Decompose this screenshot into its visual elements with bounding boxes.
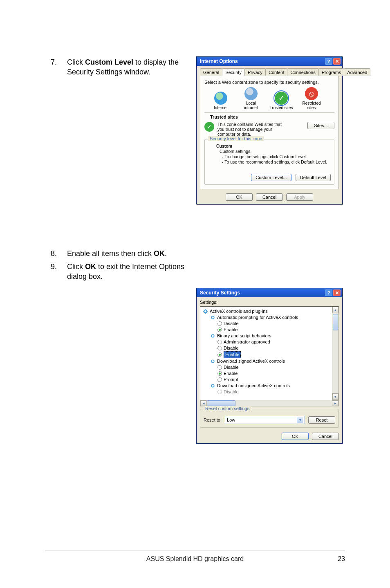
horizontal-scrollbar[interactable]: ◂ ▸ [200,400,339,406]
ss-titlebar[interactable]: Security Settings ? ✕ [197,288,342,297]
sites-button[interactable]: Sites... [307,122,334,129]
tab-general[interactable]: General [200,68,222,76]
step-9-number: 9. [51,262,67,281]
trusted-sites-heading: Trusted sites [210,114,334,119]
zone-internet-label: Internet [214,105,228,110]
radio-icon [217,377,222,382]
step-7-bold: Custom Level [85,58,133,66]
zone-restricted-sites[interactable]: ⦸ Restricted sites [299,87,324,110]
help-icon[interactable]: ? [325,58,332,65]
step-9: 9. Click OK to exit the Internet Options… [51,262,345,281]
io-dialog-buttons: OK Cancel Apply [200,193,339,201]
reset-to-combo[interactable]: Low ▾ [225,416,305,424]
radio-prompt[interactable]: Prompt [201,377,338,383]
reset-button[interactable]: Reset [308,416,335,424]
security-level-group: Security level for this zone Custom Cust… [204,139,334,185]
custom-line-2: - To change the settings, click Custom L… [216,154,331,159]
scroll-right-icon[interactable]: ▸ [332,400,338,406]
zone-local-intranet[interactable]: Local intranet [239,87,263,110]
reset-to-label: Reset to: [204,417,222,422]
radio-enable-3[interactable]: Enable [201,370,338,377]
radio-disable-3[interactable]: Disable [201,364,338,370]
node-binary[interactable]: Binary and script behaviors [201,333,338,339]
tab-connections[interactable]: Connections [287,68,318,76]
node-autoprompt[interactable]: Automatic prompting for ActiveX controls [201,314,338,321]
scroll-up-icon[interactable]: ▴ [332,307,338,313]
trusted-sites-row: ✓ This zone contains Web sites that you … [204,122,334,137]
radio-icon [217,390,222,394]
footer-text: ASUS Splendid HD graphics card [0,555,390,563]
radio-icon [217,321,222,326]
radio-enable-1[interactable]: Enable [201,327,338,333]
node-activex-label: ActiveX controls and plug-ins [210,308,268,314]
node-autoprompt-label: Automatic prompting for ActiveX controls [217,314,298,321]
step-7-pre: Click [67,58,85,66]
close-icon[interactable]: ✕ [333,58,341,65]
custom-level-button[interactable]: Custom Level... [251,174,291,181]
step-9-bold: OK [85,263,96,271]
internet-options-dialog: Internet Options ? ✕ General Security Pr… [196,56,343,204]
node-download-unsigned[interactable]: Download unsigned ActiveX controls [201,383,338,389]
custom-heading: Custom [216,144,331,149]
zone-trusted-sites[interactable]: ✓ Trusted sites [269,92,294,110]
default-level-button[interactable]: Default Level [296,174,331,181]
node-download-signed[interactable]: Download signed ActiveX controls [201,358,338,364]
radio-label: Administrator approved [224,339,270,345]
footer-divider [45,550,345,550]
step-8: 8. Enable all items then click OK. [51,249,345,258]
security-level-legend: Security level for this zone [208,136,264,141]
tab-privacy[interactable]: Privacy [244,68,266,76]
radio-admin[interactable]: Administrator approved [201,339,338,345]
gear-icon [210,383,215,388]
ss-title: Security Settings [200,290,240,296]
checkmark-icon: ✓ [275,92,288,105]
radio-label-highlighted: Enable [224,351,241,358]
radio-enable-2-selected[interactable]: Enable [201,351,338,358]
radio-label: Enable [224,370,238,377]
chevron-down-icon[interactable]: ▾ [297,417,303,423]
io-titlebar[interactable]: Internet Options ? ✕ [197,57,342,66]
radio-disable-cutoff[interactable]: Disable [201,389,338,395]
cancel-button[interactable]: Cancel [312,433,339,440]
io-tab-panel: Select a Web content zone to specify its… [200,75,339,189]
radio-label: Disable [224,345,239,351]
ok-button[interactable]: OK [282,433,309,440]
radio-label: Disable [224,389,239,395]
globe-icon [244,87,258,100]
scroll-thumb[interactable] [333,314,338,330]
tab-advanced[interactable]: Advanced [344,68,370,76]
help-icon[interactable]: ? [325,290,332,296]
h-scroll-thumb[interactable] [207,400,235,406]
radio-icon [217,365,222,370]
node-activex[interactable]: ActiveX controls and plug-ins [201,308,338,314]
tab-programs[interactable]: Programs [318,68,345,76]
step-8-pre: Enable all items then click [67,249,154,258]
ss-dialog-buttons: OK Cancel [200,433,339,440]
gear-icon [210,333,215,339]
zone-internet[interactable]: Internet [208,92,233,110]
step-9-pre: Click [67,263,85,271]
close-icon[interactable]: ✕ [333,290,341,296]
radio-icon [217,340,222,344]
svg-point-0 [204,310,207,313]
radio-disable-1[interactable]: Disable [201,321,338,327]
custom-line-1: Custom settings. [216,149,331,154]
apply-button[interactable]: Apply [286,193,313,201]
restricted-icon: ⦸ [305,87,318,100]
settings-tree[interactable]: ▴ ▾ ActiveX controls and plug-ins Automa… [200,306,339,400]
radio-disable-2[interactable]: Disable [201,345,338,351]
step-8-number: 8. [51,249,67,258]
gear-icon [210,359,215,364]
svg-point-1 [211,316,214,319]
io-intro: Select a Web content zone to specify its… [204,80,334,85]
scroll-left-icon[interactable]: ◂ [200,400,207,406]
tab-security[interactable]: Security [222,68,245,76]
node-dl-signed-label: Download signed ActiveX controls [217,358,285,364]
page-number: 23 [338,555,345,563]
step-8-bold: OK [154,249,165,258]
ok-button[interactable]: OK [226,193,253,201]
security-settings-dialog: Security Settings ? ✕ Settings: ▴ ▾ Acti… [196,288,343,444]
tab-content[interactable]: Content [265,68,288,76]
cancel-button[interactable]: Cancel [256,193,283,201]
vertical-scrollbar[interactable]: ▴ ▾ [332,307,338,400]
